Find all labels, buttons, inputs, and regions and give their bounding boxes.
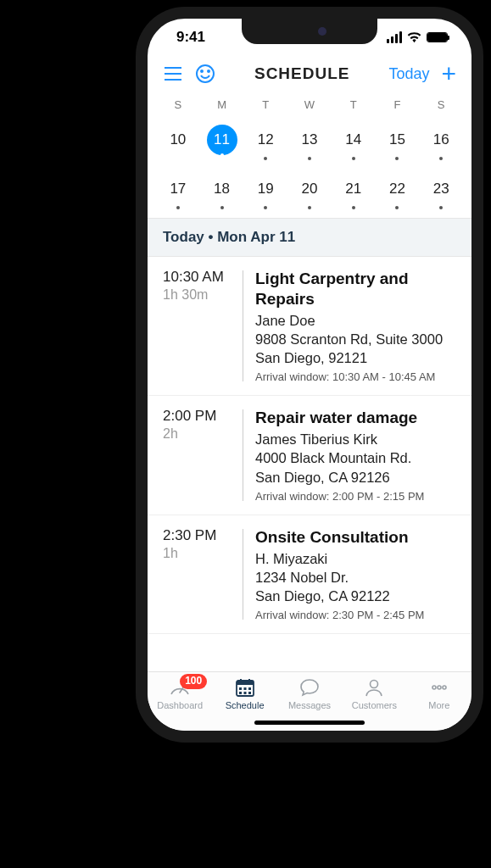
day-cell[interactable]: 17 — [156, 174, 200, 213]
appointment-time: 10:30 AM — [163, 269, 239, 286]
appointment-time: 2:00 PM — [163, 408, 239, 425]
tab-more[interactable]: More — [407, 677, 471, 731]
status-time: 9:41 — [176, 29, 205, 46]
customer-name: H. Miyazaki — [255, 549, 456, 568]
appointment-title: Light Carpentry and Repairs — [255, 269, 456, 309]
menu-icon[interactable] — [163, 65, 183, 82]
appointment-title: Onsite Consultation — [255, 527, 456, 548]
time-column: 2:00 PM2h — [163, 408, 239, 503]
wifi-icon — [407, 32, 421, 43]
customer-name: James Tiberius Kirk — [255, 430, 456, 448]
svg-rect-7 — [237, 681, 254, 685]
arrival-window: Arrival window: 2:30 PM - 2:45 PM — [255, 609, 456, 621]
svg-point-16 — [371, 681, 378, 688]
address-line2: San Diego, CA 92122 — [255, 587, 456, 605]
day-cell[interactable]: 23 — [419, 174, 463, 213]
appointment-item[interactable]: 10:30 AM1h 30mLight Carpentry and Repair… — [148, 257, 471, 396]
divider — [243, 529, 243, 620]
person-icon — [363, 677, 385, 698]
calendar-icon — [234, 677, 256, 698]
address-line1: 9808 Scranton Rd, Suite 3000 — [255, 330, 456, 348]
today-button[interactable]: Today — [388, 65, 429, 83]
svg-rect-14 — [243, 692, 246, 694]
page-title: SCHEDULE — [227, 64, 377, 83]
svg-point-3 — [197, 65, 214, 82]
appointment-list[interactable]: 10:30 AM1h 30mLight Carpentry and Repair… — [148, 257, 471, 671]
nav-bar: SCHEDULE Today + — [148, 56, 471, 95]
appointment-body: Repair water damageJames Tiberius Kirk40… — [255, 408, 456, 503]
svg-point-18 — [438, 686, 441, 689]
day-cell[interactable]: 22 — [376, 174, 420, 213]
address-line2: San Diego, CA 92126 — [255, 468, 456, 487]
svg-rect-15 — [248, 692, 251, 694]
svg-point-5 — [208, 70, 209, 72]
arrival-window: Arrival window: 2:00 PM - 2:15 PM — [255, 490, 456, 503]
appointment-body: Onsite ConsultationH. Miyazaki1234 Nobel… — [255, 527, 456, 622]
appointment-item[interactable]: 2:30 PM1hOnsite ConsultationH. Miyazaki1… — [148, 515, 471, 635]
address-line2: San Diego, 92121 — [255, 348, 456, 367]
appointment-title: Repair water damage — [255, 408, 456, 428]
appointment-duration: 1h 30m — [163, 287, 239, 303]
day-cell[interactable]: 11 — [200, 125, 244, 164]
weekday-label: F — [376, 98, 420, 111]
more-icon — [428, 677, 450, 698]
calendar-row: 17181920212223 — [148, 169, 471, 218]
appointment-body: Light Carpentry and RepairsJane Doe9808 … — [255, 269, 456, 383]
day-cell[interactable]: 14 — [332, 125, 376, 164]
weekday-label: T — [332, 98, 376, 111]
appointment-item[interactable]: 2:00 PM2hRepair water damageJames Tiberi… — [148, 396, 471, 515]
section-header: Today • Mon Apr 11 — [148, 218, 471, 257]
time-column: 2:30 PM1h — [163, 527, 239, 622]
customer-name: Jane Doe — [255, 311, 456, 330]
day-cell[interactable]: 15 — [376, 125, 420, 164]
day-cell[interactable]: 13 — [287, 125, 332, 164]
weekday-header: SMTWTFS — [148, 95, 471, 120]
weekday-label: T — [243, 98, 287, 111]
svg-rect-12 — [248, 687, 251, 690]
time-column: 10:30 AM1h 30m — [163, 269, 239, 383]
phone-frame: 9:41 SCHEDULE Today + SMTWTFS 1011121314… — [136, 7, 483, 743]
screen: 9:41 SCHEDULE Today + SMTWTFS 1011121314… — [148, 19, 471, 731]
add-button[interactable]: + — [441, 61, 456, 86]
svg-point-19 — [443, 686, 446, 689]
day-cell[interactable]: 16 — [419, 125, 463, 164]
svg-point-4 — [201, 70, 203, 72]
day-cell[interactable]: 12 — [243, 125, 287, 164]
address-line1: 4000 Black Mountain Rd. — [255, 448, 456, 467]
svg-rect-10 — [239, 687, 242, 690]
weekday-label: S — [419, 98, 463, 111]
home-indicator[interactable] — [254, 721, 365, 725]
calendar-row: 10111213141516 — [148, 120, 471, 169]
appointment-duration: 1h — [163, 546, 239, 561]
smiley-icon[interactable] — [195, 64, 215, 84]
appointment-time: 2:30 PM — [163, 527, 239, 544]
svg-point-17 — [432, 686, 436, 689]
notch — [242, 19, 377, 44]
signal-icon — [387, 31, 402, 43]
divider — [243, 270, 243, 381]
address-line1: 1234 Nobel Dr. — [255, 568, 456, 587]
arrival-window: Arrival window: 10:30 AM - 10:45 AM — [255, 370, 456, 383]
day-cell[interactable]: 19 — [243, 174, 287, 213]
weekday-label: W — [287, 98, 332, 111]
divider — [243, 409, 243, 501]
day-cell[interactable]: 10 — [156, 125, 200, 164]
chat-icon — [299, 677, 321, 698]
day-cell[interactable]: 21 — [332, 174, 376, 213]
tab-dashboard[interactable]: 100 Dashboard — [148, 677, 212, 731]
weekday-label: S — [156, 98, 200, 111]
weekday-label: M — [200, 98, 244, 111]
day-cell[interactable]: 20 — [287, 174, 332, 213]
appointment-duration: 2h — [163, 426, 239, 442]
dashboard-badge: 100 — [180, 674, 207, 689]
svg-rect-13 — [239, 692, 242, 694]
day-cell[interactable]: 18 — [200, 174, 244, 213]
svg-rect-11 — [243, 687, 246, 690]
battery-icon — [427, 32, 448, 42]
